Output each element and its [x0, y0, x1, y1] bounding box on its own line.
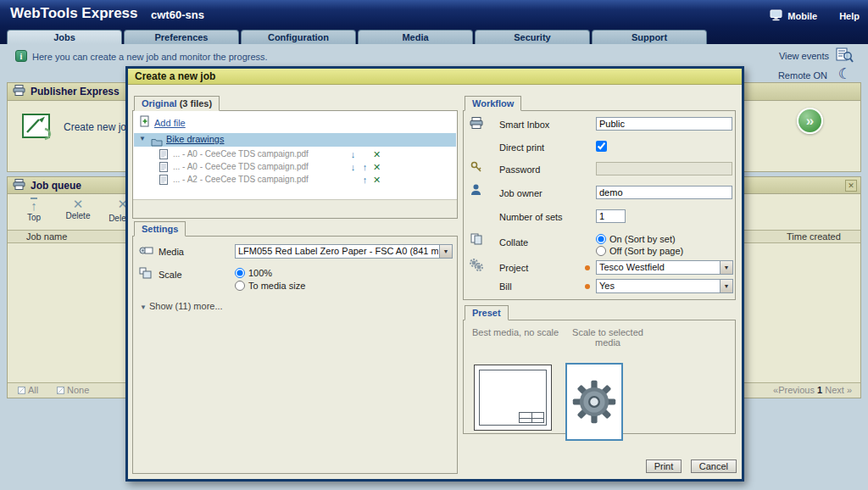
folder-row[interactable]: ▼ Bike drawings [134, 133, 456, 147]
password-label: Password [499, 164, 540, 175]
help-link[interactable]: Help [839, 11, 860, 21]
bill-select[interactable]: Yes ▼ [596, 279, 733, 293]
top-button[interactable]: ↑ Top [14, 198, 53, 223]
move-up-icon[interactable]: ↑ [359, 161, 370, 173]
preset-scale-thumb[interactable] [565, 363, 623, 441]
file-name: ... - A2 - CeeCee TDS campaign.pdf [173, 175, 309, 184]
cancel-button[interactable]: Cancel [691, 459, 737, 473]
project-required-dot [585, 265, 590, 270]
application-window: WebTools Express cwt60-sns Mobile Help J… [0, 0, 868, 490]
file-icon [159, 175, 168, 187]
dropdown-arrow-icon[interactable]: ▼ [439, 245, 452, 258]
show-more-icon: ▼ [140, 303, 147, 311]
remove-file-icon[interactable]: ✕ [371, 174, 382, 186]
delete-button[interactable]: ✕ Delete [58, 198, 97, 223]
workflow-section: Workflow Smart Inbox Direct print [463, 96, 736, 300]
file-row: ... - A0 - CeeCee TDS campaign.pdf ↓ ✕ [134, 148, 456, 161]
page-number[interactable]: 1 [817, 385, 822, 395]
print-button[interactable]: Print [646, 459, 682, 473]
media-icon [139, 244, 153, 260]
preset-best-media-thumb[interactable] [474, 365, 552, 431]
remove-file-icon[interactable]: ✕ [371, 161, 382, 173]
project-label: Project [499, 263, 528, 273]
collate-off-radio[interactable] [596, 246, 606, 256]
add-file-link[interactable]: Add file [140, 115, 186, 131]
number-of-sets-input[interactable] [596, 209, 626, 223]
job-owner-icon [470, 184, 481, 199]
column-job-name: Job name [26, 231, 67, 242]
direct-print-checkbox[interactable] [596, 141, 607, 152]
expander-icon[interactable]: ▼ [139, 135, 146, 142]
mobile-link[interactable]: Mobile [770, 9, 817, 23]
smart-inbox-input[interactable] [596, 117, 732, 131]
workflow-tab: Workflow [465, 96, 521, 111]
select-none-link[interactable]: None [57, 385, 89, 395]
app-header: WebTools Express cwt60-sns Mobile Help J… [0, 0, 868, 44]
scale-fit-radio[interactable] [235, 281, 245, 291]
preset-section: Preset Best media, no scale Scale to sel… [463, 305, 736, 434]
file-name: ... - A0 - CeeCee TDS campaign.pdf [173, 149, 309, 159]
original-tab: Original (3 files) [134, 96, 220, 111]
tab-configuration[interactable]: Configuration [241, 30, 356, 44]
hostname: cwt60-sns [151, 8, 204, 21]
top-icon: ↑ [31, 198, 37, 212]
scale-label: Scale [159, 270, 182, 280]
select-all-link[interactable]: All [18, 385, 38, 395]
tab-support[interactable]: Support [592, 30, 707, 44]
project-select[interactable]: Tesco Westfield ▼ [596, 260, 733, 275]
view-events-link[interactable]: View events [779, 51, 829, 61]
submit-job-button[interactable]: » [797, 108, 823, 134]
delete-icon: ✕ [73, 198, 84, 210]
scale-icon [139, 267, 152, 282]
remote-icon[interactable]: ☾ [838, 65, 851, 83]
workflow-box: Smart Inbox Direct print Password [463, 110, 736, 300]
number-of-sets-label: Number of sets [499, 212, 563, 222]
folder-name-link[interactable]: Bike drawings [166, 134, 224, 144]
file-name: ... - A0 - CeeCee TDS campaign.pdf [173, 162, 309, 171]
show-more-link[interactable]: ▼ Show (11) more... [140, 301, 223, 311]
collate-icon [470, 233, 482, 248]
previous-page-link[interactable]: «Previous [773, 385, 815, 395]
dropdown-arrow-icon[interactable]: ▼ [720, 261, 732, 274]
move-up-icon[interactable]: ↑ [359, 174, 370, 186]
scale-fit-option: To media size [235, 281, 305, 291]
preset-option1-label: Best media, no scale [472, 327, 565, 337]
collate-on-radio[interactable] [596, 234, 606, 244]
tab-media[interactable]: Media [358, 30, 473, 44]
scale-100-radio[interactable] [235, 268, 245, 278]
column-time-created: Time created [787, 231, 841, 242]
publisher-express-icon [13, 85, 25, 98]
original-box: Add file ▼ Bike drawings ... - A0 - CeeC… [132, 110, 458, 219]
tab-jobs[interactable]: Jobs [7, 30, 122, 44]
media-select[interactable]: LFM055 Red Label Zero Paper - FSC A0 (84… [235, 244, 453, 259]
remote-status-label[interactable]: Remote ON [778, 70, 827, 81]
smart-inbox-label: Smart Inbox [499, 120, 549, 130]
gear-icon [571, 378, 617, 429]
file-row: ... - A2 - CeeCee TDS campaign.pdf ↑ ✕ [134, 174, 456, 187]
tab-security[interactable]: Security [475, 30, 590, 44]
dialog-body: Original (3 files) Add file ▼ [128, 85, 742, 479]
bill-label: Bill [499, 281, 512, 292]
file-icon [159, 149, 168, 161]
settings-tab: Settings [134, 221, 186, 237]
move-down-icon[interactable]: ↓ [348, 148, 359, 160]
job-owner-label: Job owner [499, 188, 542, 198]
collate-off-option: Off (Sort by page) [596, 246, 683, 256]
dropdown-arrow-icon[interactable]: ▼ [720, 280, 732, 292]
job-owner-input[interactable] [596, 186, 732, 199]
next-page-link[interactable]: Next » [825, 385, 852, 395]
close-panel-icon[interactable]: ✕ [845, 180, 857, 192]
password-input [596, 162, 732, 175]
tab-preferences[interactable]: Preferences [124, 30, 239, 44]
direct-print-label: Direct print [499, 142, 544, 153]
file-icon [159, 162, 168, 174]
create-job-dialog: Create a new job Original (3 files) Add … [125, 66, 744, 482]
job-queue-icon [13, 179, 25, 192]
password-icon [470, 161, 482, 176]
remove-file-icon[interactable]: ✕ [371, 148, 382, 160]
original-section: Original (3 files) Add file ▼ [132, 96, 458, 219]
pagination: «Previous 1 Next » [773, 385, 852, 395]
move-down-icon[interactable]: ↓ [348, 161, 359, 173]
info-message: Here you can create a new job and monito… [32, 52, 268, 62]
view-events-icon[interactable] [836, 47, 854, 67]
